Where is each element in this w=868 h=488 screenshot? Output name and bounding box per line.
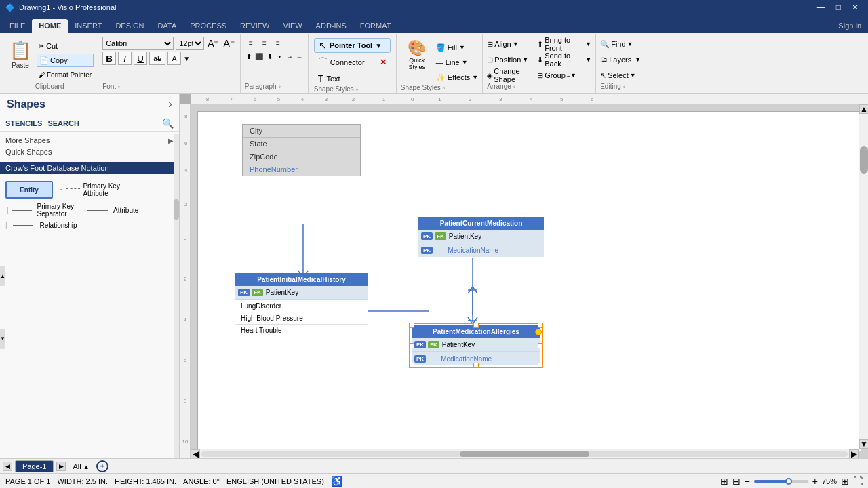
canvas-page[interactable]: City State ZipCode PhoneNumber PatientIn…: [197, 111, 861, 451]
selection-handle-mr[interactable]: [538, 343, 543, 348]
valign-top-btn[interactable]: ⬆: [245, 50, 254, 62]
selection-handle-br[interactable]: [538, 363, 543, 368]
indent-btn[interactable]: →: [285, 50, 294, 62]
window-controls[interactable]: — □ ✕: [813, 3, 863, 12]
hscroll-right-btn[interactable]: ▶: [849, 449, 859, 459]
text-tool-btn[interactable]: T Text: [314, 72, 391, 85]
tab-view[interactable]: VIEW: [276, 19, 309, 33]
format-painter-btn[interactable]: 🖌Format Painter: [37, 68, 94, 81]
status-zoom-in-icon[interactable]: +: [812, 476, 818, 487]
valign-mid-btn[interactable]: ⬛: [254, 50, 264, 62]
font-name-select[interactable]: Calibri: [102, 37, 174, 50]
selection-handle-bl[interactable]: [409, 363, 414, 368]
bold-btn[interactable]: B: [102, 52, 116, 65]
sidebar-tab-search[interactable]: SEARCH: [47, 119, 79, 127]
tab-process[interactable]: PROCESS: [183, 19, 233, 33]
page-all-btn[interactable]: All ▲: [68, 461, 93, 472]
font-color-dropdown[interactable]: ▼: [183, 55, 190, 62]
tab-home[interactable]: HOME: [32, 19, 68, 33]
zoom-slider[interactable]: [754, 480, 808, 483]
tab-format[interactable]: FORMAT: [353, 19, 398, 33]
position-btn[interactable]: ⊟Position▼: [487, 52, 534, 67]
entity-patient-allergies[interactable]: PatientMedicationAllergies PK FK Patient…: [412, 325, 540, 365]
send-to-back-btn[interactable]: ⬇Send to Back▼: [537, 52, 591, 67]
status-fit-icon[interactable]: ⊞: [841, 476, 849, 487]
page-tab-1[interactable]: Page-1: [15, 460, 54, 472]
valign-btm-btn[interactable]: ⬇: [265, 50, 274, 62]
add-page-btn[interactable]: +: [96, 460, 108, 472]
group-btn[interactable]: ⊞Group=▼: [537, 68, 591, 83]
selection-handle-tr[interactable]: [538, 323, 543, 328]
outdent-btn[interactable]: ←: [295, 50, 304, 62]
canvas-hscroll[interactable]: ◀ ▶: [191, 449, 859, 458]
sign-in-btn[interactable]: Sign in: [831, 19, 868, 33]
find-btn[interactable]: 🔍Find▼: [600, 37, 660, 52]
strikethrough-btn[interactable]: ab̶: [149, 52, 165, 65]
italic-btn[interactable]: I: [118, 52, 132, 65]
sidebar-scrollbar[interactable]: [174, 134, 179, 458]
canvas-bg[interactable]: City State ZipCode PhoneNumber PatientIn…: [191, 104, 868, 458]
minimize-btn[interactable]: —: [813, 3, 829, 12]
font-decrease-btn[interactable]: A⁻: [222, 38, 235, 49]
tab-review[interactable]: REVIEW: [233, 19, 276, 33]
align-center-btn[interactable]: ≡: [258, 37, 271, 49]
hscroll-thumb[interactable]: [460, 451, 589, 457]
status-fullscreen-icon[interactable]: ⛶: [853, 476, 863, 487]
gray-entity[interactable]: City State ZipCode PhoneNumber: [242, 124, 361, 176]
tab-addins[interactable]: ADD-INS: [309, 19, 353, 33]
tab-design[interactable]: DESIGN: [108, 19, 151, 33]
pointer-tool-dropdown[interactable]: ▼: [375, 42, 382, 49]
font-color-btn[interactable]: A: [167, 52, 181, 65]
status-zoom-out-icon[interactable]: −: [745, 476, 750, 487]
copy-btn[interactable]: 📄Copy: [37, 54, 94, 67]
font-increase-btn[interactable]: A⁺: [206, 38, 220, 49]
quick-styles-btn[interactable]: 🎨 Quick Styles: [401, 38, 433, 72]
font-size-select[interactable]: 12pt: [176, 37, 204, 50]
sidebar-active-category[interactable]: Crow's Foot Database Notation: [0, 162, 179, 174]
sidebar-tab-stencils[interactable]: STENCILS: [5, 119, 42, 127]
selection-handle-tm[interactable]: [473, 323, 479, 328]
sidebar-more-shapes-btn[interactable]: More Shapes ▶: [5, 135, 174, 146]
connector-tool-btn[interactable]: ⌒ Connector ✕: [314, 55, 391, 70]
cut-btn[interactable]: ✂Cut: [37, 39, 94, 53]
entity-patient-history[interactable]: PatientInitialMedicalHistory PK FK Patie…: [235, 273, 368, 336]
canvas-vscroll[interactable]: ▲ ▼: [859, 104, 868, 449]
page-prev-btn[interactable]: ◀: [3, 462, 12, 471]
status-accessibility-icon[interactable]: ♿: [331, 476, 342, 487]
pointer-tool-btn[interactable]: ↖ Pointer Tool ▼: [314, 38, 391, 53]
connector-close-btn[interactable]: ✕: [380, 58, 387, 67]
paste-btn[interactable]: 📋 Paste: [5, 37, 35, 72]
align-right-btn[interactable]: ≡: [272, 37, 284, 49]
maximize-btn[interactable]: □: [832, 3, 845, 12]
sidebar-scroll-left-btn[interactable]: ▲: [0, 266, 5, 286]
page-next-btn[interactable]: ▶: [56, 462, 66, 471]
page-all-dropdown[interactable]: ▲: [83, 464, 90, 470]
fill-btn[interactable]: 🪣Fill▼: [436, 41, 478, 54]
sidebar-scroll-thumb[interactable]: [174, 199, 179, 220]
change-shape-btn[interactable]: ◈Change Shape: [487, 68, 534, 83]
tab-insert[interactable]: INSERT: [68, 19, 108, 33]
search-icon[interactable]: 🔍: [162, 118, 174, 129]
align-btn[interactable]: ⊞Align▼: [487, 37, 534, 52]
align-left-btn[interactable]: ≡: [245, 37, 257, 49]
close-btn[interactable]: ✕: [848, 3, 863, 12]
status-view1-icon[interactable]: ⊞: [720, 476, 728, 487]
sidebar-quick-shapes-btn[interactable]: Quick Shapes: [5, 146, 174, 158]
line-btn[interactable]: —Line▼: [436, 56, 478, 69]
bring-to-front-btn[interactable]: ⬆Bring to Front▼: [537, 37, 591, 52]
sidebar-collapse-btn[interactable]: ›: [168, 97, 172, 111]
selection-handle-ml[interactable]: [409, 343, 414, 348]
layers-btn[interactable]: 🗂Layers-▼: [600, 52, 660, 67]
bullet-btn[interactable]: •: [275, 50, 284, 62]
select-btn[interactable]: ↖Select▼: [600, 68, 660, 83]
effects-btn[interactable]: ✨Effects▼: [436, 70, 478, 84]
vscroll-thumb[interactable]: [860, 146, 868, 174]
underline-btn[interactable]: U: [134, 52, 147, 65]
vscroll-up-btn[interactable]: ▲: [859, 104, 868, 114]
entity-patient-medication[interactable]: PatientCurrentMedication PK FK PatientKe…: [418, 217, 544, 257]
status-view2-icon[interactable]: ⊟: [732, 476, 741, 487]
tab-file[interactable]: FILE: [3, 19, 32, 33]
sidebar-scroll-left2-btn[interactable]: ▼: [0, 329, 5, 349]
tab-data[interactable]: DATA: [151, 19, 184, 33]
vscroll-down-btn[interactable]: ▼: [859, 439, 868, 449]
